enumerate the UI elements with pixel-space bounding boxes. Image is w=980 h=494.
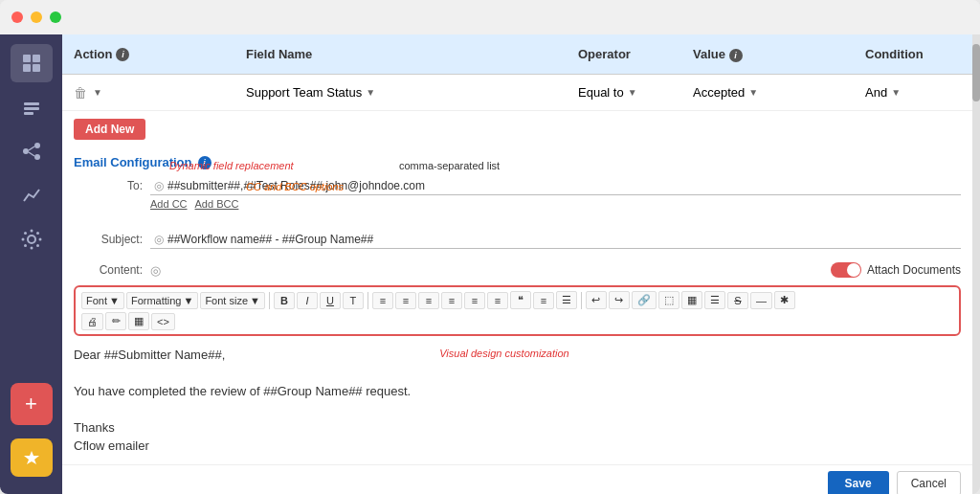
right-scrollbar[interactable]: [972, 34, 980, 494]
sidebar-icon-connect[interactable]: [11, 132, 53, 170]
table-button[interactable]: ▦: [681, 291, 702, 309]
sidebar-icon-chart[interactable]: [11, 176, 53, 214]
attach-toggle[interactable]: [831, 262, 861, 278]
subject-target-icon: ◎: [154, 233, 164, 246]
row-operator-cell: Equal to ▼: [578, 85, 693, 100]
operator-value: Equal to: [578, 85, 624, 100]
editor-toolbar: Font ▼ Formatting ▼ Font size ▼ B I U: [74, 285, 961, 336]
image-button[interactable]: ⬚: [658, 291, 679, 309]
row-condition-cell: And ▼: [865, 85, 961, 100]
add-new-button[interactable]: Add New: [74, 119, 145, 140]
text-button[interactable]: T: [343, 292, 364, 309]
svg-point-18: [36, 244, 39, 247]
close-dot[interactable]: [11, 11, 23, 23]
svg-point-7: [23, 148, 29, 154]
font-dropdown[interactable]: Font ▼: [81, 292, 124, 309]
formatting-dropdown[interactable]: Formatting ▼: [126, 292, 198, 309]
operator-chevron-icon[interactable]: ▼: [628, 87, 637, 98]
unordered-list-button[interactable]: ☰: [556, 291, 577, 309]
sidebar-icon-dashboard[interactable]: [11, 44, 53, 82]
value-info-icon[interactable]: i: [729, 49, 743, 62]
save-button[interactable]: Save: [828, 471, 889, 494]
value-chevron-icon[interactable]: ▼: [748, 87, 758, 98]
edit-button[interactable]: ✏: [105, 312, 126, 330]
email-line2: [74, 366, 411, 380]
undo-button[interactable]: ↩: [586, 291, 607, 309]
blockquote-button[interactable]: ❝: [510, 291, 531, 309]
cancel-button[interactable]: Cancel: [897, 471, 961, 494]
svg-point-15: [21, 238, 24, 241]
table-header: Action i Field Name Operator Value i Con…: [62, 34, 972, 75]
annotation-dynamic-field: Dynamic field replacement: [169, 160, 294, 171]
align-center-button[interactable]: ≡: [395, 292, 416, 309]
add-button[interactable]: +: [11, 383, 53, 425]
align-left-button[interactable]: ≡: [372, 292, 393, 309]
scroll-thumb[interactable]: [972, 44, 980, 101]
to-label: To:: [74, 177, 150, 192]
svg-rect-3: [33, 64, 40, 72]
email-config-section: Email Configuration i Dynamic field repl…: [62, 147, 972, 258]
condition-chevron-icon[interactable]: ▼: [891, 87, 901, 98]
svg-line-11: [29, 152, 34, 156]
subject-input[interactable]: ◎ ##Workflow name## - ##Group Name##: [150, 231, 961, 249]
sidebar-icon-layers[interactable]: [11, 88, 53, 126]
print-button[interactable]: 🖨: [81, 313, 103, 330]
action-info-icon[interactable]: i: [116, 48, 129, 61]
strikethrough-button[interactable]: S: [727, 292, 748, 309]
svg-point-8: [34, 143, 40, 148]
operator-label: Operator: [578, 47, 631, 61]
condition-label: Condition: [865, 47, 924, 61]
font-label: Font: [86, 295, 107, 306]
redo-button[interactable]: ↪: [609, 291, 630, 309]
font-size-dropdown[interactable]: Font size ▼: [200, 292, 265, 309]
hr-button[interactable]: —: [750, 292, 772, 309]
row-action-chevron[interactable]: ▼: [93, 87, 102, 98]
justify-button[interactable]: ≡: [441, 292, 462, 309]
separator2: [368, 292, 368, 309]
bold-button[interactable]: B: [274, 292, 295, 309]
table-row: 🗑 ▼ Support Team Status ▼ Equal to ▼ Acc…: [62, 75, 972, 111]
to-target-icon: ◎: [154, 179, 164, 192]
code-button[interactable]: <>: [151, 313, 175, 330]
delete-row-icon[interactable]: 🗑: [74, 85, 87, 101]
ordered-list-button[interactable]: ≡: [533, 292, 554, 309]
svg-point-16: [38, 238, 41, 241]
svg-point-12: [28, 236, 35, 243]
main-content: Action i Field Name Operator Value i Con…: [62, 34, 972, 494]
footer: Save Cancel: [62, 464, 972, 494]
favorites-button[interactable]: [11, 438, 53, 477]
add-cc-link[interactable]: Add CC: [150, 198, 188, 210]
link-button[interactable]: 🔗: [632, 291, 657, 309]
minimize-dot[interactable]: [31, 11, 42, 23]
row-value-cell: Accepted ▼: [693, 85, 865, 100]
maximize-dot[interactable]: [50, 11, 61, 23]
value-value: Accepted: [693, 85, 745, 100]
field-chevron-icon[interactable]: ▼: [366, 87, 375, 98]
subject-label: Subject:: [74, 231, 150, 246]
row-action-cell: 🗑 ▼: [74, 85, 246, 101]
col-condition: Condition: [865, 47, 961, 61]
app-window: + Action i Field Name Operator: [0, 0, 980, 494]
special-button[interactable]: ✱: [774, 291, 795, 309]
underline-button[interactable]: U: [320, 292, 341, 309]
sidebar-icon-settings[interactable]: [11, 220, 53, 258]
svg-marker-21: [24, 451, 39, 464]
add-bcc-link[interactable]: Add BCC: [195, 198, 239, 210]
separator3: [581, 292, 582, 309]
align-right-button[interactable]: ≡: [418, 292, 439, 309]
italic-button[interactable]: I: [297, 292, 318, 309]
col-operator: Operator: [578, 47, 693, 61]
action-label: Action: [74, 47, 112, 61]
indent-button[interactable]: ≡: [464, 292, 485, 309]
attach-toggle-area: Attach Documents: [831, 262, 961, 278]
subject-input-area: ◎ ##Workflow name## - ##Group Name##: [150, 231, 961, 249]
annotation-visual-design: Visual design customization: [439, 348, 569, 359]
svg-point-17: [24, 232, 27, 235]
list-button[interactable]: ☰: [704, 291, 725, 309]
subject-row: Subject: ◎ ##Workflow name## - ##Group N…: [74, 231, 961, 249]
grid-button[interactable]: ▦: [128, 312, 149, 330]
outdent-button[interactable]: ≡: [487, 292, 508, 309]
toolbar-row1: Font ▼ Formatting ▼ Font size ▼ B I U: [81, 291, 953, 309]
font-size-label: Font size: [205, 295, 248, 306]
svg-rect-0: [23, 55, 31, 62]
